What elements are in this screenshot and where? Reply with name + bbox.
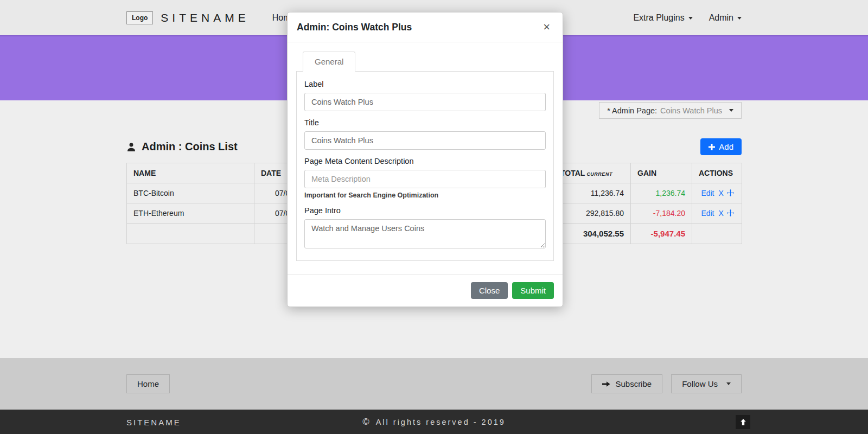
tab-general[interactable]: General — [303, 52, 355, 72]
bottom-brand: SITENAME — [126, 417, 181, 426]
modal-title: Admin: Coins Watch Plus — [297, 22, 412, 33]
plus-icon — [709, 144, 715, 150]
meta-description-field[interactable] — [304, 170, 546, 188]
nav-dropdown-admin[interactable]: Admin — [709, 13, 742, 23]
user-icon — [126, 142, 136, 152]
delete-link[interactable]: X — [718, 209, 723, 218]
totals-empty-cell — [692, 224, 742, 244]
admin-label: Admin — [709, 13, 733, 22]
coin-actions: Edit X — [692, 183, 742, 203]
follow-us-label: Follow Us — [682, 379, 718, 388]
coin-gain: -7,184.20 — [631, 203, 692, 224]
modal-form: Label Title Page Meta Content Descriptio… — [296, 71, 554, 261]
copyright-text: All rights reserved - 2019 — [376, 418, 506, 426]
chevron-down-icon — [726, 382, 731, 385]
col-header-total: TOTALCURRENT — [554, 163, 631, 183]
coin-name: ETH-Ethereum — [127, 203, 254, 224]
page-title: Admin : Coins List — [126, 141, 238, 153]
extra-plugins-label: Extra Plugins — [633, 13, 684, 22]
modal-close-button[interactable]: Close — [471, 282, 508, 299]
page-intro-field[interactable]: Watch and Manage Users Coins — [304, 219, 546, 248]
coin-total: 292,815.80 — [554, 203, 631, 224]
admin-modal: Admin: Coins Watch Plus × General Label … — [287, 12, 563, 307]
chevron-down-icon — [737, 17, 742, 20]
subscribe-button[interactable]: Subscribe — [591, 374, 662, 393]
meta-field-label: Page Meta Content Description — [304, 157, 546, 165]
totals-gain: -5,947.45 — [631, 224, 692, 244]
edit-link[interactable]: Edit — [701, 209, 714, 218]
page-title-text: Admin : Coins List — [142, 141, 238, 153]
delete-link[interactable]: X — [718, 189, 723, 197]
copyright: © All rights reserved - 2019 — [362, 417, 506, 427]
label-field[interactable] — [304, 93, 546, 111]
bottom-bar: SITENAME © All rights reserved - 2019 — [0, 410, 868, 434]
scroll-to-top-button[interactable] — [736, 415, 750, 429]
totals-empty-cell — [127, 224, 254, 244]
close-icon[interactable]: × — [540, 21, 553, 34]
label-field-label: Label — [304, 80, 546, 88]
title-field[interactable] — [304, 131, 546, 150]
nav-right: Extra Plugins Admin — [633, 13, 742, 23]
total-header-label: TOTAL — [560, 169, 585, 177]
add-button[interactable]: Add — [700, 138, 742, 155]
move-icon[interactable] — [727, 189, 734, 196]
meta-help-text: Important for Search Engine Optimization — [304, 192, 546, 199]
title-field-label: Title — [304, 118, 546, 127]
col-header-actions: ACTIONS — [692, 163, 742, 183]
chevron-down-icon — [688, 17, 693, 20]
current-header-label: CURRENT — [586, 171, 612, 177]
coin-actions: Edit X — [692, 203, 742, 224]
footer-home-label: Home — [137, 379, 159, 388]
coin-gain: 1,236.74 — [631, 183, 692, 203]
subscribe-label: Subscribe — [615, 379, 652, 388]
col-header-name: NAME — [127, 163, 254, 183]
admin-page-value: Coins Watch Plus — [660, 106, 722, 115]
col-header-gain: GAIN — [631, 163, 692, 183]
totals-total: 304,052.55 — [554, 224, 631, 244]
site-brand: SITENAME — [161, 11, 249, 24]
footer-home-button[interactable]: Home — [126, 374, 170, 393]
nav-dropdown-extra-plugins[interactable]: Extra Plugins — [633, 13, 692, 23]
coin-name: BTC-Bitcoin — [127, 183, 254, 203]
move-icon[interactable] — [727, 209, 734, 216]
logo: Logo — [126, 11, 153, 24]
add-button-label: Add — [719, 142, 733, 151]
arrow-right-icon — [602, 381, 610, 387]
chevron-down-icon — [729, 109, 733, 112]
admin-page-prefix: * Admin Page: — [607, 106, 657, 115]
modal-submit-button[interactable]: Submit — [512, 282, 554, 299]
coin-total: 11,236.74 — [554, 183, 631, 203]
copyright-icon: © — [362, 417, 371, 427]
admin-page-dropdown[interactable]: * Admin Page: Coins Watch Plus — [599, 102, 742, 119]
footer: Home Subscribe Follow Us — [0, 358, 868, 410]
arrow-up-icon — [739, 418, 747, 426]
follow-us-dropdown[interactable]: Follow Us — [671, 374, 742, 393]
edit-link[interactable]: Edit — [701, 189, 714, 197]
intro-field-label: Page Intro — [304, 206, 546, 215]
